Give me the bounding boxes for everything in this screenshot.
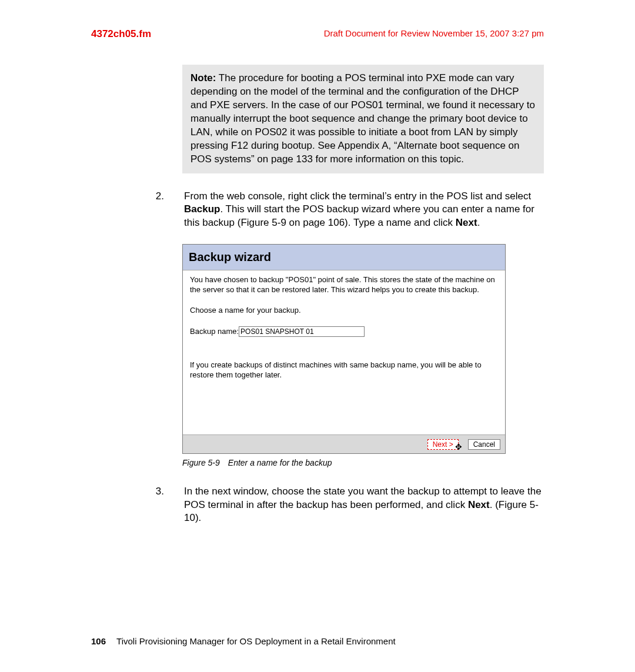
step-2: 2. From the web console, right click the… xyxy=(168,190,544,230)
step2-bold-backup: Backup xyxy=(184,203,220,215)
figure-caption: Figure 5-9 Enter a name for the backup xyxy=(182,457,544,469)
header-filename: 4372ch05.fm xyxy=(91,28,151,41)
step-3: 3. In the next window, choose the state … xyxy=(168,485,544,526)
cancel-button[interactable]: Cancel xyxy=(468,439,500,450)
note-box: Note: The procedure for booting a POS te… xyxy=(182,65,544,173)
backup-wizard-dialog: Backup wizard You have chosen to backup … xyxy=(182,244,506,453)
note-label: Note: xyxy=(190,72,216,83)
backup-name-label: Backup name: xyxy=(190,327,239,336)
wizard-intro-text: You have chosen to backup "POS01" point … xyxy=(190,275,498,295)
header-draft-info: Draft Document for Review November 15, 2… xyxy=(324,28,544,39)
wizard-title: Backup wizard xyxy=(183,245,505,270)
page-footer: 106Tivoli Provisioning Manager for OS De… xyxy=(91,636,544,647)
wizard-tip-text: If you create backups of distinct machin… xyxy=(190,360,498,380)
note-text: The procedure for booting a POS terminal… xyxy=(190,72,535,165)
step2-bold-next: Next xyxy=(456,217,477,228)
list-marker-2: 2. xyxy=(151,190,164,203)
page-header: 4372ch05.fm Draft Document for Review No… xyxy=(91,28,544,41)
step2-text-b: . This will start the POS backup wizard … xyxy=(184,203,534,228)
wizard-footer: Next >✥Cancel xyxy=(183,434,505,453)
step2-text-a: From the web console, right click the te… xyxy=(184,190,531,202)
wizard-choose-text: Choose a name for your backup. xyxy=(190,306,498,316)
page-number: 106 xyxy=(91,636,106,646)
cursor-icon: ✥ xyxy=(455,442,462,452)
list-marker-3: 3. xyxy=(151,485,164,499)
step2-text-c: . xyxy=(477,217,480,228)
next-button[interactable]: Next > xyxy=(427,439,459,450)
book-title: Tivoli Provisioning Manager for OS Deplo… xyxy=(116,636,396,646)
backup-name-input[interactable] xyxy=(239,326,365,337)
step3-bold-next: Next xyxy=(468,499,490,510)
